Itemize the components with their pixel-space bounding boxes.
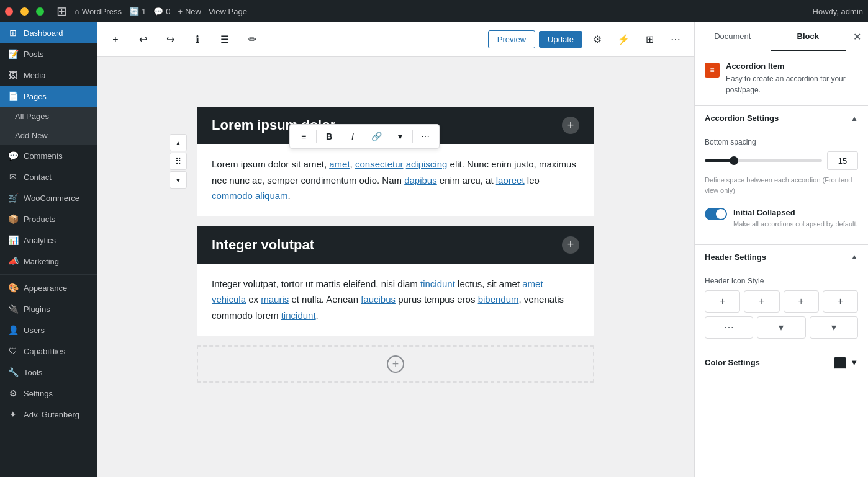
sidebar-item-adv-gutenberg[interactable]: ✦ Adv. Gutenberg [0,404,97,425]
icon-style-option-6[interactable]: ▾ [757,316,805,339]
accordion-header-2[interactable]: Integer volutpat + [197,226,594,264]
icon-style-option-3[interactable]: + [784,290,819,313]
dapibus-link[interactable]: dapibus [404,175,437,185]
sidebar-item-tools[interactable]: 🔧 Tools [0,362,97,383]
list-icon: ☰ [220,33,229,45]
header-settings-header[interactable]: Header Settings ▲ [695,245,868,269]
sidebar-item-marketing[interactable]: 📣 Marketing [0,251,97,272]
bold-button[interactable]: B [318,127,340,146]
tincidunt2-link[interactable]: tincidunt [281,310,316,321]
info-button[interactable]: ℹ [186,29,209,51]
adipiscing-link[interactable]: adipiscing [406,159,448,169]
faucibus-link[interactable]: faucibus [361,294,396,305]
adv-gutenberg-icon: ✦ [7,409,19,420]
analytics-icon: 📊 [7,234,19,246]
sidebar-item-dashboard[interactable]: ⊞ Dashboard [0,22,97,43]
sidebar-item-pages[interactable]: 📄 Pages [0,86,97,107]
sidebar-item-posts[interactable]: 📝 Posts [0,43,97,65]
color-swatch[interactable] [834,357,846,369]
more-options-button[interactable]: ⋯ [664,29,687,51]
admin-bar-left: ⊞ ⌂ WordPress 🔄 1 💬 0 + New View Page [5,4,805,19]
wordpress-site-link[interactable]: ⌂ WordPress [75,7,122,16]
updates-link[interactable]: 🔄 1 [129,7,146,16]
new-content-link[interactable]: + New [178,7,201,16]
undo-button[interactable]: ↩ [132,29,154,51]
commodo-link[interactable]: commodo [212,190,253,201]
sidebar-item-all-pages[interactable]: All Pages [0,107,97,126]
sidebar-item-contact[interactable]: ✉ Contact [0,166,97,187]
consectetur-link[interactable]: consectetur [355,159,404,169]
edit-button[interactable]: ✏ [241,29,263,51]
settings-panel-button[interactable]: ⚙ [586,29,608,51]
accordion-add-button-1[interactable]: + [562,117,579,134]
accordion-add-button-2[interactable]: + [562,236,579,254]
tab-block[interactable]: Block [771,22,846,51]
sidebar-item-users[interactable]: 👤 Users [0,319,97,341]
align-button[interactable]: ≡ [292,127,315,146]
sidebar-item-plugins[interactable]: 🔌 Plugins [0,298,97,319]
block-controls-1: ▲ ⠿ ▼ [170,134,187,189]
accordion-block-1: ▲ ⠿ ▼ Lorem ipsum dolor + Lorem ipsum do… [197,107,594,216]
view-page-link[interactable]: View Page [209,7,247,16]
color-settings-section: Color Settings ▼ [695,349,868,377]
sidebar-item-products[interactable]: 📦 Products [0,208,97,230]
aliquam-link[interactable]: aliquam [255,190,288,201]
add-new-block-button[interactable]: + [387,355,404,373]
grid-view-button[interactable]: ⊞ [638,29,661,51]
link-chevron-button[interactable]: ▾ [389,127,411,146]
slider-thumb[interactable] [730,156,738,165]
sidebar-item-analytics[interactable]: 📊 Analytics [0,230,97,251]
slider-track [705,159,822,162]
add-block-button[interactable]: + [104,29,127,51]
sidebar-item-media[interactable]: 🖼 Media [0,65,97,86]
woocommerce-icon: 🛒 [7,192,19,203]
initial-collapsed-toggle[interactable] [705,208,727,220]
mauris-link[interactable]: mauris [261,294,289,305]
capabilities-icon: 🛡 [7,345,19,357]
vehicula-link[interactable]: vehicula [212,294,246,305]
amet-link[interactable]: amet [329,159,350,169]
sidebar-item-woocommerce[interactable]: 🛒 WooCommerce [0,187,97,208]
sidebar-item-capabilities[interactable]: 🛡 Capabilities [0,341,97,362]
block-formatting-toolbar: ≡ B I 🔗 ▾ ⋯ [289,124,440,149]
redo-button[interactable]: ↪ [159,29,181,51]
bold-icon: B [326,132,332,141]
icon-style-option-1[interactable]: + [705,290,740,313]
accordion-settings-header[interactable]: Accordion Settings ▲ [695,106,868,130]
lightning-button[interactable]: ⚡ [612,29,635,51]
tab-document[interactable]: Document [695,22,771,51]
icon-style-option-2[interactable]: + [744,290,779,313]
sidebar-item-add-new[interactable]: Add New [0,126,97,145]
block-drag-handle[interactable]: ⠿ [170,153,187,170]
preview-button[interactable]: Preview [488,30,535,48]
editor-content: ▲ ⠿ ▼ Lorem ipsum dolor + Lorem ipsum do… [197,69,594,383]
admin-bar-right: Howdy, admin [813,7,863,16]
icon-style-option-7[interactable]: ▾ [810,316,858,339]
marketing-icon: 📣 [7,256,19,267]
appearance-icon: 🎨 [7,282,19,293]
comments-count: 0 [166,7,170,16]
tincidunt-link[interactable]: tincidunt [420,279,455,289]
block-move-down-button[interactable]: ▼ [170,171,187,189]
comments-link[interactable]: 💬 0 [153,7,170,16]
sidebar-item-settings[interactable]: ⚙ Settings [0,383,97,404]
color-settings-header[interactable]: Color Settings ▼ [695,349,868,377]
editor-toolbar: + ↩ ↪ ℹ ☰ ✏ Switch to draft P [97,22,694,57]
add-block-row[interactable]: + [197,345,594,383]
block-move-up-button[interactable]: ▲ [170,134,187,151]
bibendum-link[interactable]: bibendum [478,294,519,305]
sidebar-item-label: WooCommerce [24,194,79,203]
sidebar-item-comments[interactable]: 💬 Comments [0,145,97,166]
laoreet-link[interactable]: laoreet [496,175,525,185]
amet2-link[interactable]: amet [522,279,543,289]
color-settings-right: ▼ [834,357,858,369]
icon-style-option-5[interactable]: ⋯ [705,316,753,339]
list-view-button[interactable]: ☰ [214,29,236,51]
icon-style-option-4[interactable]: + [823,290,858,313]
more-formatting-button[interactable]: ⋯ [414,127,436,146]
link-button[interactable]: 🔗 [365,127,387,146]
update-button[interactable]: Update [539,31,582,48]
close-panel-button[interactable]: ✕ [846,22,868,51]
sidebar-item-appearance[interactable]: 🎨 Appearance [0,277,97,298]
italic-button[interactable]: I [341,127,364,146]
